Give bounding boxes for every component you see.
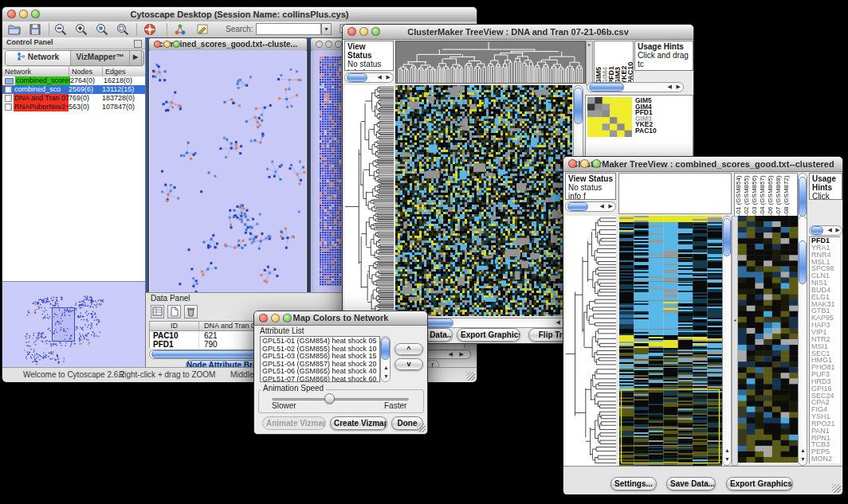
scroll-left-arrow[interactable]: ◀ bbox=[556, 318, 560, 326]
scroll-thumb[interactable] bbox=[723, 218, 731, 256]
gene-label[interactable]: PEP5 bbox=[811, 448, 840, 455]
delete-attribute-icon[interactable] bbox=[184, 305, 198, 318]
gene-column-label[interactable]: GIM5 bbox=[595, 41, 601, 84]
minimize-button[interactable] bbox=[325, 41, 332, 48]
gene-label[interactable]: CLN1 bbox=[811, 272, 840, 279]
gene-label[interactable]: HMG1 bbox=[811, 357, 840, 364]
gene-label[interactable]: PAC10 bbox=[635, 128, 691, 135]
pane-divider[interactable]: ▸ bbox=[586, 41, 593, 85]
partial-browser-tab[interactable]: r bbox=[426, 360, 439, 367]
gene-label[interactable]: RPO21 bbox=[811, 420, 840, 428]
scroll-right-arrow[interactable]: ▶ bbox=[460, 350, 464, 358]
export-graphics-button[interactable]: Export Graphics... bbox=[457, 328, 520, 342]
float-panel-icon[interactable] bbox=[134, 40, 142, 48]
zoom-window-button[interactable] bbox=[283, 314, 292, 322]
animate-vizmap-button[interactable]: Animate Vizmap bbox=[262, 416, 326, 430]
scroll-thumb[interactable] bbox=[347, 73, 367, 82]
tab-vizmapper[interactable]: VizMapper™ bbox=[71, 51, 130, 65]
gene-label[interactable]: MON2 bbox=[811, 455, 840, 463]
minimize-button[interactable] bbox=[19, 10, 28, 18]
annotation-icon[interactable] bbox=[195, 22, 210, 37]
col-edges[interactable]: Edges bbox=[103, 67, 145, 76]
minimize-button[interactable] bbox=[271, 314, 280, 322]
scroll-thumb[interactable] bbox=[799, 177, 807, 217]
gene-label[interactable]: GPI16 bbox=[811, 385, 840, 393]
birdseye-canvas[interactable] bbox=[2, 282, 145, 367]
scroll-up-arrow[interactable]: ▲ bbox=[724, 447, 730, 455]
attribute-list-item[interactable]: GPL51-02 (GSM855) heat shock 10 min bbox=[262, 346, 378, 354]
search-input[interactable] bbox=[256, 23, 321, 35]
zoom-window-button[interactable] bbox=[31, 10, 40, 18]
attribute-list-item[interactable]: GPL51-07 (GSM868) heat shock 60 min bbox=[262, 376, 378, 382]
minimize-button[interactable] bbox=[163, 41, 171, 48]
zoom-selected-icon[interactable] bbox=[95, 22, 109, 37]
gene-label[interactable]: NIS1 bbox=[811, 279, 840, 287]
network-row[interactable]: RNAPuberNov2+ 563(0) 107847(0) bbox=[2, 103, 145, 111]
new-attribute-icon[interactable] bbox=[167, 305, 181, 318]
network-row[interactable]: combined_sco 2569(6) 13112(15) bbox=[2, 85, 145, 94]
gene-label[interactable]: HAP3 bbox=[811, 322, 840, 329]
gene-label[interactable]: MSL1 bbox=[811, 259, 840, 266]
gene-column-label[interactable]: GIM3 bbox=[614, 41, 620, 84]
scroll-right-arrow[interactable]: ▶ bbox=[836, 226, 840, 234]
gene-label[interactable]: NTR2 bbox=[811, 336, 840, 343]
zoom-window-button[interactable] bbox=[335, 41, 342, 48]
treeview2-heatmap-scrollbar[interactable]: ▲ ▼ bbox=[722, 216, 732, 466]
scroll-down-arrow[interactable]: ▼ bbox=[724, 455, 730, 463]
vizmapper-icon[interactable] bbox=[173, 22, 187, 37]
open-session-icon[interactable] bbox=[7, 22, 22, 37]
zoom-fit-icon[interactable] bbox=[116, 22, 130, 37]
zoom-window-button[interactable] bbox=[173, 41, 180, 48]
treeview2-heatmap[interactable] bbox=[619, 216, 722, 466]
gene-column-label[interactable]: PFD1 bbox=[607, 41, 614, 84]
treeview1-right-scrollbar[interactable]: ◀ ▶ bbox=[587, 82, 684, 92]
attribute-table-icon[interactable] bbox=[151, 305, 164, 318]
settings-button[interactable]: Settings... bbox=[610, 477, 657, 490]
help-lifering-icon[interactable] bbox=[143, 22, 157, 37]
gene-label[interactable]: PAN1 bbox=[811, 428, 840, 435]
col-id[interactable]: ID bbox=[150, 322, 199, 330]
resize-grip[interactable] bbox=[466, 372, 475, 381]
scroll-right-arrow[interactable]: ▶ bbox=[609, 202, 613, 210]
minimize-button[interactable] bbox=[580, 159, 589, 168]
gene-label[interactable]: RNR4 bbox=[811, 252, 840, 259]
col-network[interactable]: Network bbox=[2, 67, 69, 76]
move-up-button[interactable]: ^ bbox=[395, 343, 423, 355]
close-button[interactable] bbox=[259, 314, 268, 322]
tab-overflow-arrow[interactable]: ▶ bbox=[130, 51, 142, 65]
tab-network[interactable]: Network bbox=[6, 51, 71, 65]
create-vizmap-button[interactable]: Create Vizmap bbox=[330, 416, 387, 430]
zoom-in-icon[interactable] bbox=[74, 22, 88, 37]
gene-label[interactable]: KAP95 bbox=[811, 315, 840, 322]
scroll-left-arrow[interactable]: ◀ bbox=[378, 73, 382, 81]
scroll-left-arrow[interactable]: ◀ bbox=[449, 350, 453, 358]
scroll-right-arrow[interactable]: ▶ bbox=[677, 83, 681, 91]
gene-column-label[interactable]: GIM4 bbox=[601, 41, 607, 84]
pane-divider[interactable]: ◂ bbox=[732, 216, 738, 466]
close-button[interactable] bbox=[316, 41, 323, 48]
scroll-up-arrow[interactable]: ▲ bbox=[800, 447, 806, 455]
treeview2-zoom-scrollbar[interactable]: ▲ ▼ bbox=[798, 216, 807, 466]
gene-label[interactable]: HRD3 bbox=[811, 378, 840, 385]
scroll-left-arrow[interactable]: ◀ bbox=[600, 202, 604, 210]
scroll-thumb[interactable] bbox=[589, 83, 624, 92]
gene-column-label[interactable]: YKE2 bbox=[620, 41, 626, 84]
gene-label[interactable]: YRA1 bbox=[811, 244, 840, 252]
treeview1-row-dendrogram[interactable] bbox=[344, 85, 394, 316]
network-row[interactable]: combined_scores 2764(0) 16218(0) bbox=[2, 76, 145, 85]
resize-grip[interactable] bbox=[417, 424, 426, 432]
scroll-up-arrow[interactable]: ▲ bbox=[383, 364, 389, 372]
gene-label[interactable]: BUD4 bbox=[811, 287, 840, 294]
gene-label[interactable]: SPC98 bbox=[811, 265, 840, 272]
gene-column-label[interactable]: PAC10 bbox=[626, 41, 633, 84]
treeview2-hints-scrollbar[interactable]: ◀ ▶ bbox=[809, 225, 842, 236]
treeview1-status-scrollbar[interactable]: ◀ ▶ bbox=[344, 72, 394, 83]
main-titlebar[interactable]: Cytoscape Desktop (Session Name: collins… bbox=[2, 7, 477, 22]
gene-label[interactable]: TCB3 bbox=[811, 441, 840, 448]
gene-label[interactable]: VIP1 bbox=[811, 329, 840, 336]
attribute-list-item[interactable]: GPL51-03 (GSM856) heat shock 15 min bbox=[262, 353, 378, 361]
scroll-thumb[interactable] bbox=[574, 88, 583, 124]
treeview2-row-dendrogram[interactable] bbox=[565, 216, 616, 466]
gene-label[interactable]: SEC1 bbox=[811, 350, 840, 357]
gene-label[interactable]: GTB1 bbox=[811, 307, 840, 315]
